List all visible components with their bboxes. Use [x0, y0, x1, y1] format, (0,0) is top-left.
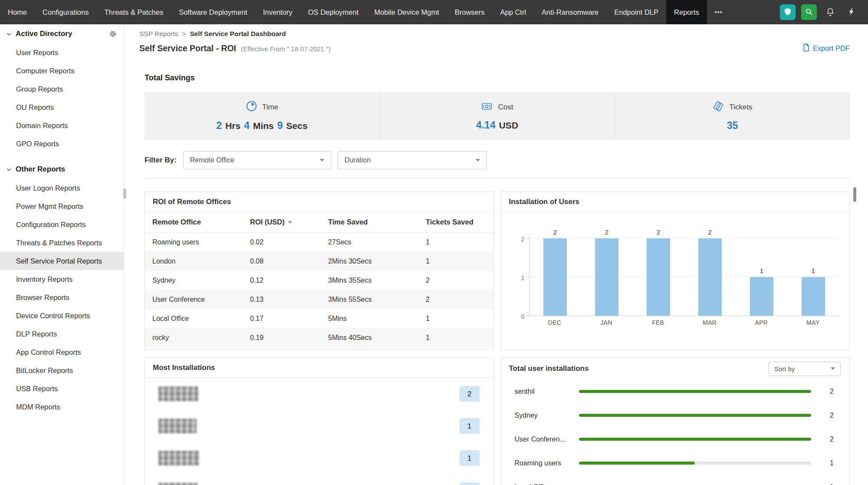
nav-item-threats-patches[interactable]: Threats & Patches — [96, 0, 171, 24]
sidebar-item-inventory-reports[interactable]: Inventory Reports — [0, 270, 124, 288]
col-roi-usd-sortable[interactable]: ROI (USD) — [250, 218, 328, 226]
hbar-fill — [579, 462, 695, 465]
gear-icon[interactable] — [109, 30, 117, 38]
total-savings-panel: Time 2Hrs 4Mins 9Secs Cost 4.14USD — [145, 92, 850, 140]
bell-icon — [825, 7, 835, 18]
roi-panel-title: ROI of Remote Offices — [145, 192, 493, 212]
sidebar-item-group-reports[interactable]: Group Reports — [0, 80, 124, 98]
duration-dropdown-value: Duration — [345, 156, 371, 164]
sort-desc-icon — [288, 221, 292, 224]
total-user-installations-panel: Total user installations Sort by senthil… — [501, 357, 850, 485]
breadcrumb: SSP Reports > Self Service Portal Dashbo… — [139, 30, 850, 38]
sidebar-item-bitlocker-reports[interactable]: BitLocker Reports — [0, 361, 124, 379]
stat-tickets-value: 35 — [727, 120, 738, 132]
sidebar-item-user-reports[interactable]: User Reports — [0, 43, 124, 62]
y-axis-tick: 0 — [514, 313, 525, 320]
sidebar-item-user-logon-reports[interactable]: User Logon Reports — [0, 179, 124, 197]
list-item: 1 — [145, 442, 493, 474]
sidebar-item-browser-reports[interactable]: Browser Reports — [0, 288, 124, 307]
nav-item-app-ctrl[interactable]: App Ctrl — [492, 0, 534, 24]
sidebar-item-dlp-reports[interactable]: DLP Reports — [0, 325, 124, 343]
main-content: SSP Reports > Self Service Portal Dashbo… — [125, 24, 868, 485]
user-install-row: User Conferen... 2 — [501, 427, 850, 451]
security-shield-button[interactable] — [780, 4, 796, 20]
export-pdf-label: Export PDF — [813, 44, 850, 53]
sidebar-item-configuration-reports[interactable]: Configuration Reports — [0, 215, 124, 234]
roi-table-header: Remote Office ROI (USD) Time Saved Ticke… — [145, 212, 493, 233]
page-title: Self Service Portal - ROI — [139, 43, 236, 53]
hbar-track — [579, 462, 812, 465]
sidebar-item-app-control-reports[interactable]: App Control Reports — [0, 343, 124, 361]
roi-of-remote-offices-panel: ROI of Remote Offices Remote Office ROI … — [145, 191, 494, 350]
list-item: 1 — [145, 474, 493, 485]
filter-by-label: Filter By: — [145, 156, 177, 165]
nav-actions — [780, 0, 859, 24]
sidebar-item-gpo-reports[interactable]: GPO Reports — [0, 135, 124, 153]
hbar-track — [579, 390, 812, 393]
sort-by-value: Sort by — [774, 365, 795, 373]
stat-cost: Cost 4.14USD — [379, 92, 615, 140]
remote-office-dropdown[interactable]: Remote Office — [183, 151, 331, 169]
install-count-badge: 1 — [460, 482, 480, 485]
nav-item-browsers[interactable]: Browsers — [447, 0, 493, 24]
redacted-software-name — [158, 451, 199, 465]
nav-item-configurations[interactable]: Configurations — [35, 0, 96, 24]
list-item: 2 — [145, 378, 493, 410]
roi-table-body: Roaming users0.0227Secs1 London0.082Mins… — [145, 233, 493, 347]
sidebar-section-title: Active Directory — [16, 30, 72, 38]
sidebar: Active Directory User Reports Computer R… — [0, 24, 124, 485]
chart-bar-apr — [750, 277, 773, 316]
sidebar-item-usb-reports[interactable]: USB Reports — [0, 379, 124, 398]
sidebar-resize-handle[interactable] — [123, 188, 126, 199]
sidebar-item-mdm-reports[interactable]: MDM Reports — [0, 398, 124, 416]
nav-menu: Home Configurations Threats & Patches So… — [0, 0, 730, 24]
chevron-down-icon — [476, 159, 480, 162]
sidebar-item-ou-reports[interactable]: OU Reports — [0, 98, 124, 116]
section-divider — [145, 178, 850, 178]
nav-item-more[interactable]: ••• — [707, 0, 730, 24]
y-axis-tick: 1 — [514, 274, 525, 281]
sidebar-item-threats-patches-reports[interactable]: Threats & Patches Reports — [0, 234, 124, 252]
nav-item-inventory[interactable]: Inventory — [255, 0, 300, 24]
notifications-button[interactable] — [822, 4, 838, 20]
installation-of-users-panel: Installation of Users 2 1 0 2 2 2 — [501, 191, 850, 350]
sidebar-item-power-mgmt-reports[interactable]: Power Mgmt Reports — [0, 197, 124, 215]
sort-by-dropdown[interactable]: Sort by — [769, 362, 841, 376]
col-remote-office: Remote Office — [152, 218, 250, 226]
install-count-badge: 2 — [460, 386, 480, 402]
duration-dropdown[interactable]: Duration — [338, 151, 487, 169]
nav-item-mobile-device-mgmt[interactable]: Mobile Device Mgmt — [366, 0, 447, 24]
nav-item-os-deployment[interactable]: OS Deployment — [300, 0, 366, 24]
chevron-down-icon — [6, 31, 12, 37]
hbar-fill — [579, 438, 812, 441]
nav-item-endpoint-dlp[interactable]: Endpoint DLP — [606, 0, 666, 24]
col-tickets-saved: Tickets Saved — [426, 218, 493, 226]
installation-bar-chart: 2 1 0 2 2 2 2 1 — [529, 218, 839, 329]
redacted-software-name — [158, 386, 198, 401]
sidebar-item-device-control-reports[interactable]: Device Control Reports — [0, 307, 124, 325]
search-icon — [805, 7, 813, 17]
sidebar-item-domain-reports[interactable]: Domain Reports — [0, 116, 124, 135]
sidebar-header-other-reports[interactable]: Other Reports — [0, 160, 124, 179]
nav-item-reports[interactable]: Reports — [666, 0, 707, 24]
breadcrumb-current: Self Service Portal Dashboard — [190, 30, 286, 38]
hbar-track — [579, 438, 812, 441]
sidebar-header-active-directory[interactable]: Active Directory — [0, 24, 124, 43]
sidebar-item-computer-reports[interactable]: Computer Reports — [0, 62, 124, 80]
table-row: User Conference0.133Mins 55Secs2 — [145, 290, 493, 309]
clock-icon — [246, 100, 257, 114]
breadcrumb-parent[interactable]: SSP Reports — [139, 30, 178, 38]
nav-item-home[interactable]: Home — [0, 0, 35, 24]
nav-item-software-deployment[interactable]: Software Deployment — [171, 0, 255, 24]
export-pdf-button[interactable]: Export PDF — [802, 43, 850, 53]
chart-bar-jan — [595, 238, 618, 316]
scrollbar-thumb[interactable] — [853, 187, 856, 202]
search-button[interactable] — [801, 4, 817, 20]
quick-actions-button[interactable] — [844, 4, 859, 20]
installation-chart-title: Installation of Users — [501, 192, 850, 212]
sidebar-item-self-service-portal-reports[interactable]: Self Service Portal Reports — [0, 252, 124, 270]
shield-icon — [783, 7, 792, 17]
redacted-software-name — [158, 483, 197, 485]
stat-time-label: Time — [262, 103, 278, 112]
nav-item-anti-ransomware[interactable]: Anti-Ransomware — [534, 0, 606, 24]
